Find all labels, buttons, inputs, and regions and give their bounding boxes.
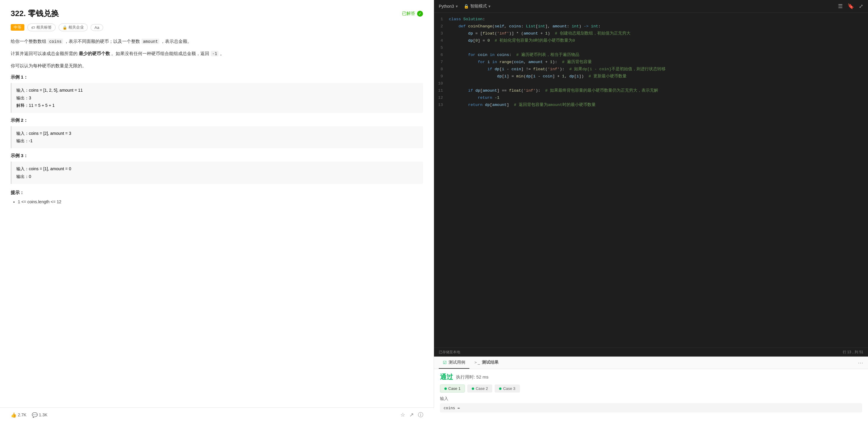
input-value: coins = — [440, 403, 862, 413]
difficulty-badge: 中等 — [11, 24, 24, 31]
star-icon[interactable]: ☆ — [400, 412, 405, 418]
share-icon[interactable]: ↗ — [409, 412, 414, 418]
input-label: 输入 — [440, 396, 862, 401]
hint-list: 1 <= coins.length <= 12 — [18, 198, 423, 206]
line-number: 7 — [434, 59, 449, 66]
line-content: for i in range(coin, amount + 1): # 遍历背包… — [449, 59, 868, 66]
case-label: Case 3 — [503, 386, 515, 391]
menu-icon[interactable]: ☰ — [838, 3, 843, 9]
smart-mode-selector[interactable]: 🔒 智能模式 ▾ — [464, 4, 491, 9]
line-content: if dp[i - coin] != float('inf'): # 如果dp[… — [449, 66, 868, 73]
expand-icon[interactable]: ⤢ — [859, 3, 863, 9]
table-row: 4 dp[0] = 0 # 初始化背包容量为0时的最小硬币数量为0 — [434, 37, 868, 44]
test-menu-icon[interactable]: ⋯ — [858, 360, 863, 366]
thumbs-up-icon: 👍 — [11, 412, 17, 418]
description-3: 你可以认为每种硬币的数量是无限的。 — [11, 62, 423, 69]
line-number: 5 — [434, 44, 449, 52]
table-row: 12 return -1 — [434, 94, 868, 102]
case-tab-3[interactable]: Case 3 — [495, 385, 520, 393]
example1-block: 输入：coins = [1, 2, 5], amount = 11 输出：3 解… — [11, 83, 423, 113]
line-content: return -1 — [449, 94, 868, 102]
saved-status: 已存储至本地 — [439, 350, 460, 355]
test-panel: ☑ 测试用例 ＞_ 测试结果 ⋯ 通过 执行用时: 52 ms Case 1Ca… — [434, 357, 868, 422]
line-content — [449, 44, 868, 52]
case-dot — [472, 388, 474, 390]
bookmark-icon[interactable]: 🔖 — [847, 3, 854, 9]
code-editor[interactable]: 1class Solution:2 def coinChange(self, c… — [434, 13, 868, 347]
example2-title: 示例 2： — [11, 117, 423, 123]
table-row: 8 if dp[i - coin] != float('inf'): # 如果d… — [434, 66, 868, 73]
example2-output: 输出：-1 — [17, 137, 418, 145]
toolbar-right: ☰ 🔖 ⤢ — [838, 3, 863, 9]
line-content: class Solution: — [449, 16, 868, 23]
line-content: dp[0] = 0 # 初始化背包容量为0时的最小硬币数量为0 — [449, 37, 868, 44]
line-number: 2 — [434, 23, 449, 30]
right-panel: Python3 ▾ 🔒 智能模式 ▾ ☰ 🔖 ⤢ 1class Solution… — [434, 0, 868, 422]
likes-count: 2.7K — [18, 413, 27, 417]
pass-text: 通过 — [440, 373, 453, 382]
smart-mode-label: 智能模式 — [470, 4, 487, 9]
case-tabs: Case 1Case 2Case 3 — [440, 385, 862, 393]
info-icon[interactable]: ⓘ — [418, 411, 423, 418]
solved-label: 已解答 — [402, 11, 415, 17]
lock-icon: 🔒 — [62, 25, 67, 30]
line-number: 8 — [434, 66, 449, 73]
related-tags-button[interactable]: 🏷 相关标签 — [27, 24, 56, 31]
likes-stat: 👍 2.7K — [11, 412, 27, 418]
table-row: 5 — [434, 44, 868, 52]
example3-block: 输入：coins = [1], amount = 0 输出：0 — [11, 162, 423, 184]
line-content — [449, 80, 868, 87]
case-dot — [499, 388, 501, 390]
code-toolbar: Python3 ▾ 🔒 智能模式 ▾ ☰ 🔖 ⤢ — [434, 0, 868, 13]
related-company-button[interactable]: 🔒 相关企业 — [59, 24, 88, 31]
comments-stat: 💬 1.3K — [32, 412, 48, 418]
case-tab-2[interactable]: Case 2 — [467, 385, 492, 393]
hint-item-1: 1 <= coins.length <= 12 — [18, 198, 423, 206]
line-content: def coinChange(self, coins: List[int], a… — [449, 23, 868, 30]
line-content: for coin in coins: # 遍历硬币列表，相当于遍历物品 — [449, 52, 868, 59]
case-label: Case 2 — [476, 386, 488, 391]
bottom-bar: 👍 2.7K 💬 1.3K ☆ ↗ ⓘ — [0, 407, 434, 422]
checkbox-icon: ☑ — [443, 360, 447, 365]
table-row: 10 — [434, 80, 868, 87]
example2-input: 输入：coins = [2], amount = 3 — [17, 130, 418, 137]
tags-row: 中等 🏷 相关标签 🔒 相关企业 Aa — [11, 24, 423, 31]
cursor-position: 行 13，列 51 — [843, 350, 863, 355]
comments-count: 1.3K — [39, 413, 48, 417]
line-number: 13 — [434, 102, 449, 109]
terminal-icon: ＞_ — [473, 360, 480, 365]
tab-test-cases[interactable]: ☑ 测试用例 — [439, 357, 469, 369]
pass-badge: 通过 执行用时: 52 ms — [440, 373, 862, 382]
line-number: 10 — [434, 80, 449, 87]
exec-time: 执行用时: 52 ms — [456, 374, 488, 380]
table-row: 1class Solution: — [434, 16, 868, 23]
table-row: 11 if dp[amount] == float('inf'): # 如果最终… — [434, 87, 868, 94]
check-icon: ✓ — [417, 11, 423, 17]
hint-title: 提示： — [11, 190, 423, 196]
case-tab-1[interactable]: Case 1 — [440, 385, 465, 393]
example3-output: 输出：0 — [17, 173, 418, 180]
line-number: 1 — [434, 16, 449, 23]
action-buttons: ☆ ↗ ⓘ — [400, 411, 423, 418]
line-number: 12 — [434, 94, 449, 102]
line-number: 6 — [434, 52, 449, 59]
example1-explain: 解释：11 = 5 + 5 + 1 — [17, 102, 418, 109]
example2-block: 输入：coins = [2], amount = 3 输出：-1 — [11, 126, 423, 148]
tab-test-results[interactable]: ＞_ 测试结果 — [469, 357, 503, 369]
chevron-down-icon: ▾ — [456, 4, 458, 9]
example1-title: 示例 1： — [11, 75, 423, 80]
left-panel: 322. 零钱兑换 已解答 ✓ 中等 🏷 相关标签 🔒 相关企业 Aa 给你一个… — [0, 0, 434, 422]
problem-header: 322. 零钱兑换 已解答 ✓ — [11, 8, 423, 19]
line-content: if dp[amount] == float('inf'): # 如果最终背包容… — [449, 87, 868, 94]
problem-title: 322. 零钱兑换 — [11, 8, 59, 19]
line-number: 3 — [434, 30, 449, 37]
language-selector[interactable]: Python3 ▾ — [439, 4, 458, 9]
description-1: 给你一个整数数组 coins ，表示不同面额的硬币；以及一个整数 amount … — [11, 37, 423, 45]
test-tabs: ☑ 测试用例 ＞_ 测试结果 ⋯ — [434, 357, 868, 369]
line-number: 11 — [434, 87, 449, 94]
example3-title: 示例 3： — [11, 153, 423, 159]
font-button[interactable]: Aa — [91, 24, 103, 31]
table-row: 9 dp[i] = min(dp[i - coin] + 1, dp[i]) #… — [434, 73, 868, 80]
case-label: Case 1 — [448, 386, 461, 391]
example3-input: 输入：coins = [1], amount = 0 — [17, 165, 418, 173]
